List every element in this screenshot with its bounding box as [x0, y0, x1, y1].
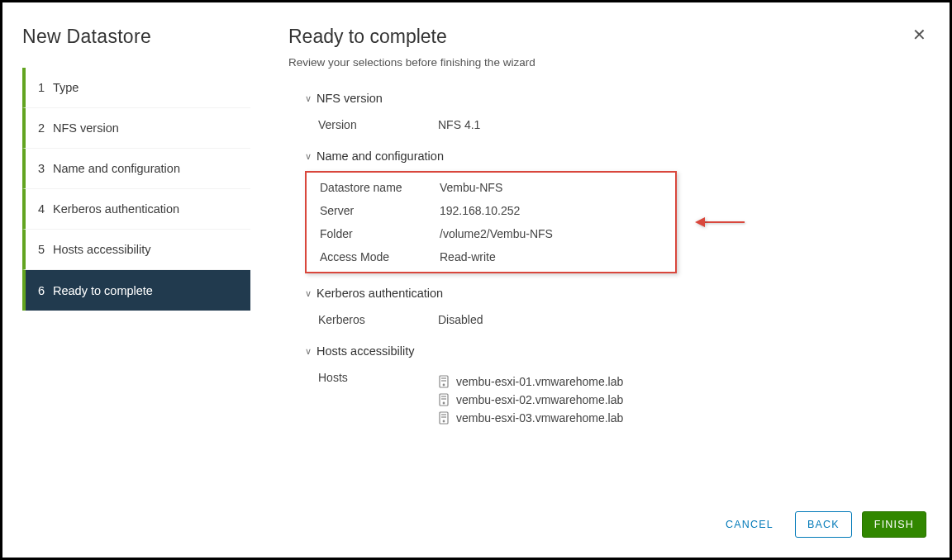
chevron-down-icon: ∨: [305, 288, 312, 299]
section-title: Hosts accessibility: [317, 344, 414, 358]
arrow-left-icon: [695, 217, 705, 227]
section-header[interactable]: ∨ NFS version: [305, 92, 926, 105]
step-number: 4: [38, 202, 53, 216]
cancel-button[interactable]: CANCEL: [714, 512, 785, 537]
kv-label: Folder: [320, 227, 440, 240]
step-hosts-accessibility[interactable]: 5 Hosts accessibility: [22, 230, 250, 270]
section-hosts-accessibility: ∨ Hosts accessibility Hosts vembu-esxi-0…: [305, 344, 926, 432]
wizard-dialog: New Datastore 1 Type 2 NFS version 3 Nam…: [0, 0, 952, 560]
kv-label: Datastore name: [320, 181, 440, 194]
step-label: Ready to complete: [53, 284, 153, 297]
kv-value: Read-write: [440, 250, 496, 263]
close-button[interactable]: ✕: [912, 26, 926, 43]
step-nfs-version[interactable]: 2 NFS version: [22, 108, 250, 149]
section-title: Name and configuration: [317, 149, 444, 163]
step-type[interactable]: 1 Type: [22, 68, 250, 108]
page-subtitle: Review your selections before finishing …: [288, 56, 926, 69]
section-body: Hosts vembu-esxi-01.vmwarehome.lab: [305, 366, 926, 432]
page-title: Ready to complete: [288, 26, 926, 48]
section-kerberos: ∨ Kerberos authentication Kerberos Disab…: [305, 287, 926, 331]
svg-point-7: [443, 402, 445, 404]
kv-label: Kerberos: [318, 313, 438, 326]
section-name-configuration: ∨ Name and configuration Datastore name …: [305, 149, 926, 273]
section-header[interactable]: ∨ Hosts accessibility: [305, 344, 926, 358]
kv-value: Disabled: [438, 313, 483, 326]
step-label: Hosts accessibility: [53, 243, 150, 256]
host-name: vembu-esxi-03.vmwarehome.lab: [456, 411, 623, 425]
kv-row-folder: Folder /volume2/Vembu-NFS: [320, 222, 670, 245]
wizard-content: ✕ Ready to complete Review your selectio…: [259, 2, 950, 558]
wizard-steps: 1 Type 2 NFS version 3 Name and configur…: [22, 68, 250, 311]
step-label: Name and configuration: [53, 162, 180, 175]
step-label: NFS version: [53, 121, 119, 135]
host-item: vembu-esxi-03.vmwarehome.lab: [438, 409, 623, 427]
section-nfs-version: ∨ NFS version Version NFS 4.1: [305, 92, 926, 136]
summary-sections: ∨ NFS version Version NFS 4.1 ∨ Name and…: [288, 92, 926, 432]
kv-row-version: Version NFS 4.1: [318, 113, 926, 136]
step-number: 5: [38, 243, 53, 256]
kv-label: Version: [318, 118, 438, 131]
chevron-down-icon: ∨: [305, 93, 312, 104]
kv-row-access-mode: Access Mode Read-write: [320, 245, 670, 268]
close-icon: ✕: [912, 26, 926, 44]
step-number: 1: [38, 81, 53, 94]
finish-button[interactable]: FINISH: [862, 511, 926, 538]
wizard-footer: CANCEL BACK FINISH: [714, 511, 926, 538]
step-label: Type: [53, 81, 79, 94]
section-title: Kerberos authentication: [317, 287, 443, 300]
highlight-annotation: Datastore name Vembu-NFS Server 192.168.…: [305, 171, 677, 273]
section-title: NFS version: [317, 92, 383, 105]
step-ready-to-complete[interactable]: 6 Ready to complete: [22, 270, 250, 311]
section-body: Datastore name Vembu-NFS Server 192.168.…: [307, 176, 670, 268]
kv-value: /volume2/Vembu-NFS: [440, 227, 553, 240]
svg-point-3: [443, 384, 445, 386]
back-button[interactable]: BACK: [795, 511, 852, 538]
section-header[interactable]: ∨ Kerberos authentication: [305, 287, 926, 300]
step-number: 3: [38, 162, 53, 175]
kv-row-datastore-name: Datastore name Vembu-NFS: [320, 176, 670, 199]
step-number: 6: [38, 284, 53, 297]
wizard-sidebar: New Datastore 1 Type 2 NFS version 3 Nam…: [2, 2, 259, 558]
step-number: 2: [38, 121, 53, 135]
arrow-line: [705, 221, 745, 223]
host-icon: [438, 411, 450, 425]
host-name: vembu-esxi-02.vmwarehome.lab: [456, 393, 623, 406]
step-kerberos-authentication[interactable]: 4 Kerberos authentication: [22, 189, 250, 230]
kv-value: Vembu-NFS: [440, 181, 502, 194]
hosts-list: vembu-esxi-01.vmwarehome.lab vembu-esxi-…: [438, 371, 623, 427]
annotation-arrow: [695, 217, 745, 227]
host-name: vembu-esxi-01.vmwarehome.lab: [456, 375, 623, 388]
step-name-configuration[interactable]: 3 Name and configuration: [22, 149, 250, 189]
svg-point-11: [443, 420, 445, 422]
step-label: Kerberos authentication: [53, 202, 179, 216]
section-body: Version NFS 4.1: [305, 113, 926, 136]
chevron-down-icon: ∨: [305, 151, 312, 162]
section-header[interactable]: ∨ Name and configuration: [305, 149, 926, 163]
kv-value: 192.168.10.252: [440, 204, 520, 217]
kv-value: NFS 4.1: [438, 118, 480, 131]
kv-label: Hosts: [318, 371, 438, 427]
kv-row-kerberos: Kerberos Disabled: [318, 308, 926, 331]
host-item: vembu-esxi-02.vmwarehome.lab: [438, 391, 623, 409]
host-item: vembu-esxi-01.vmwarehome.lab: [438, 373, 623, 391]
host-icon: [438, 375, 450, 388]
wizard-title: New Datastore: [22, 26, 250, 48]
chevron-down-icon: ∨: [305, 346, 312, 357]
host-icon: [438, 393, 450, 406]
kv-row-server: Server 192.168.10.252: [320, 199, 670, 222]
kv-row-hosts: Hosts vembu-esxi-01.vmwarehome.lab: [318, 366, 926, 432]
section-body: Kerberos Disabled: [305, 308, 926, 331]
kv-label: Access Mode: [320, 250, 440, 263]
kv-label: Server: [320, 204, 440, 217]
